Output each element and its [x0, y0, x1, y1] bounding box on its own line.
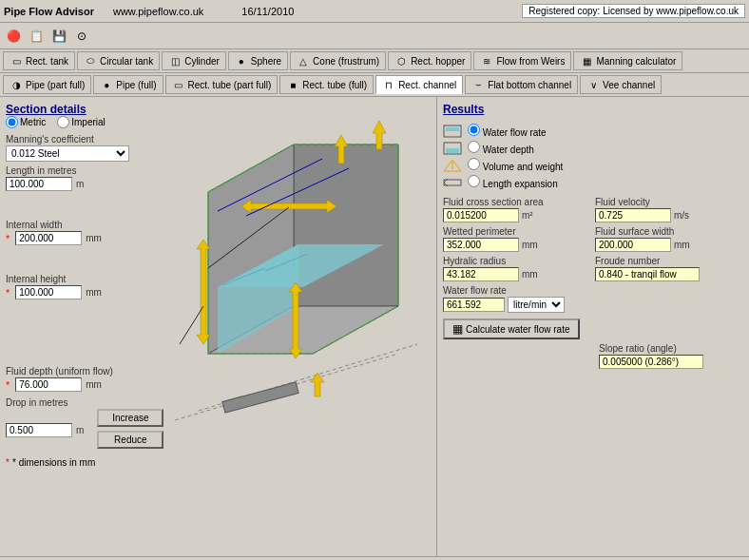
- tab-cone[interactable]: △ Cone (frustrum): [290, 51, 386, 70]
- tab-rect-tank[interactable]: ▭ Rect. tank: [3, 51, 75, 70]
- toolbar-icon-1[interactable]: 🔴: [4, 27, 23, 46]
- vee-channel-icon: ∨: [586, 78, 600, 91]
- tab-circular-tank[interactable]: ⬭ Circular tank: [77, 51, 160, 70]
- internal-width-unit: mm: [86, 233, 102, 243]
- result-radio-row-2: Water depth: [443, 141, 743, 155]
- tab-pipe-full[interactable]: ● Pipe (full): [93, 75, 163, 94]
- tab-manning-calc[interactable]: ▦ Manning calculator: [573, 51, 682, 70]
- width-required-star: *: [6, 233, 10, 244]
- mannings-select[interactable]: 0.012 Steel: [6, 145, 129, 162]
- metric-radio-label[interactable]: Metric: [6, 116, 46, 128]
- fluid-surface-width-value[interactable]: [595, 238, 671, 252]
- tab-flat-bottom[interactable]: ⌣ Flat bottom channel: [465, 75, 578, 94]
- water-flow-rate-radio[interactable]: [468, 124, 480, 136]
- hydraulic-radius-item: Hydralic radius mm: [443, 256, 591, 281]
- flow-weirs-icon: ≋: [480, 54, 493, 68]
- wetted-perimeter-value[interactable]: [443, 238, 519, 252]
- toolbar-icon-4[interactable]: ⊙: [72, 27, 91, 46]
- water-flow-rate-icon: [443, 125, 462, 138]
- dimensions-note-text: * dimensions in mm: [12, 457, 95, 468]
- fluid-cross-section-unit: m²: [522, 210, 533, 221]
- froude-number-value[interactable]: [595, 267, 700, 281]
- wetted-perimeter-label: Wetted perimeter: [443, 226, 591, 237]
- cylinder-icon: ◫: [168, 54, 182, 68]
- reduce-button[interactable]: Reduce: [97, 431, 163, 449]
- flat-bottom-icon: ⌣: [471, 78, 485, 91]
- tab-vee-channel[interactable]: ∨ Vee channel: [580, 75, 662, 94]
- slope-ratio-label: Slope ratio (angle): [599, 343, 743, 354]
- length-input[interactable]: [6, 177, 72, 191]
- imperial-radio[interactable]: [57, 116, 69, 128]
- calculate-button[interactable]: ▦ Calculate water flow rate: [443, 319, 580, 339]
- result-radio-row-3: Volume and weight: [443, 158, 743, 172]
- hydraulic-radius-value[interactable]: [443, 267, 519, 281]
- drop-input[interactable]: [6, 423, 72, 437]
- tab-rect-tube-part[interactable]: ▭ Rect. tube (part full): [165, 75, 278, 94]
- water-depth-radio[interactable]: [468, 141, 480, 153]
- result-radio-group: Water flow rate Water depth Volume a: [443, 124, 743, 189]
- fluid-cross-section-item: Fluid cross section area m²: [443, 197, 591, 222]
- internal-width-input[interactable]: [15, 231, 82, 245]
- hydraulic-radius-unit: mm: [522, 269, 538, 280]
- fluid-depth-unit: mm: [86, 379, 102, 390]
- fluid-cross-section-label: Fluid cross section area: [443, 197, 591, 207]
- volume-weight-radio-label[interactable]: Volume and weight: [468, 158, 563, 172]
- manning-calc-icon: ▦: [580, 54, 593, 68]
- metric-radio[interactable]: [6, 116, 18, 128]
- water-flow-rate-label: Water flow rate: [443, 285, 591, 296]
- tab-rect-hopper[interactable]: ⬡ Rect. hopper: [388, 51, 471, 70]
- circular-tank-icon: ⬭: [84, 54, 97, 68]
- toolbar: 🔴 📋 💾 ⊙: [0, 23, 749, 49]
- wetted-perimeter-item: Wetted perimeter mm: [443, 226, 591, 252]
- volume-weight-icon: [443, 159, 462, 172]
- tab-sphere[interactable]: ● Sphere: [228, 51, 288, 70]
- water-flow-rate-value[interactable]: [443, 298, 505, 312]
- water-depth-radio-label[interactable]: Water depth: [468, 141, 534, 155]
- rect-hopper-icon: ⬡: [394, 54, 408, 68]
- section-details-title: Section details: [6, 103, 86, 116]
- status-bar: * * dimensions in mm 💾 🖨 📄 📊: [0, 556, 749, 560]
- nav-row-2: ◑ Pipe (part full) ● Pipe (full) ▭ Rect.…: [0, 73, 749, 97]
- app-url: www.pipeflow.co.uk: [113, 6, 203, 17]
- fluid-velocity-value[interactable]: [595, 208, 671, 222]
- result-values-grid: Fluid cross section area m² Fluid veloci…: [443, 197, 743, 313]
- tab-cylinder[interactable]: ◫ Cylinder: [162, 51, 226, 70]
- wetted-perimeter-unit: mm: [522, 240, 538, 250]
- toolbar-icon-3[interactable]: 💾: [49, 27, 68, 46]
- fluid-cross-section-value[interactable]: [443, 208, 519, 222]
- results-title: Results: [443, 103, 743, 116]
- volume-weight-radio[interactable]: [468, 158, 480, 170]
- channel-diagram: [170, 116, 436, 477]
- rect-channel-icon: ⊓: [382, 78, 395, 91]
- left-panel: Section details Metric Imperial Manning'…: [0, 97, 437, 556]
- internal-height-input[interactable]: [15, 285, 82, 299]
- tab-flow-weirs[interactable]: ≋ Flow from Weirs: [473, 51, 571, 70]
- slope-section: Slope ratio (angle): [599, 343, 743, 369]
- height-required-star: *: [6, 287, 10, 299]
- length-expansion-radio[interactable]: [468, 175, 480, 187]
- tab-pipe-part[interactable]: ◑ Pipe (part full): [3, 75, 91, 94]
- result-radio-row-4: Length expansion: [443, 175, 743, 189]
- pipe-part-icon: ◑: [10, 78, 23, 91]
- result-radio-row-1: Water flow rate: [443, 124, 743, 138]
- registered-copy: Registered copy: Licensed by www.pipeflo…: [522, 4, 745, 18]
- tab-rect-tube-full[interactable]: ■ Rect. tube (full): [279, 75, 374, 94]
- slope-ratio-value[interactable]: [599, 355, 703, 369]
- length-expansion-radio-label[interactable]: Length expansion: [468, 175, 558, 189]
- pipe-full-icon: ●: [100, 78, 113, 91]
- water-flow-rate-radio-label[interactable]: Water flow rate: [468, 124, 547, 138]
- length-unit: m: [76, 179, 84, 189]
- fluid-velocity-label: Fluid velocity: [595, 197, 743, 207]
- toolbar-icon-2[interactable]: 📋: [27, 27, 46, 46]
- channel-svg: [170, 116, 427, 439]
- flow-unit-select[interactable]: litre/min m³/s l/s: [508, 297, 565, 313]
- increase-button[interactable]: Increase: [97, 409, 163, 427]
- main-content: Section details Metric Imperial Manning'…: [0, 97, 749, 556]
- fluid-depth-input[interactable]: [15, 377, 82, 392]
- imperial-radio-label[interactable]: Imperial: [57, 116, 106, 128]
- right-panel: Results Water flow rate Water depth: [437, 97, 749, 556]
- tab-rect-channel[interactable]: ⊓ Rect. channel: [375, 75, 463, 94]
- water-depth-icon: [443, 142, 462, 155]
- internal-height-unit: mm: [86, 287, 102, 298]
- calc-button-icon: ▦: [452, 322, 463, 336]
